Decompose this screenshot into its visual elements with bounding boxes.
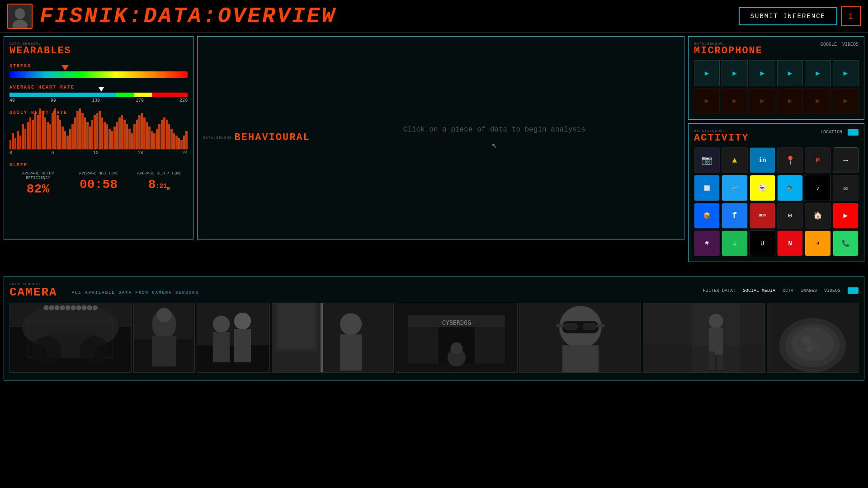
app-twitter[interactable]: 🐦 [722, 175, 747, 201]
app-maps[interactable]: 📍 [777, 147, 803, 173]
daily-hr-bar [22, 124, 24, 149]
svg-rect-14 [152, 336, 176, 366]
camera-header: DATA:SENSOR: CAMERA ALL AVAILABLE DATA F… [9, 282, 859, 299]
media-thumb-8[interactable]: ▶ [722, 88, 747, 114]
app-whatsapp[interactable]: 📞 [833, 230, 859, 256]
daily-hr-bar [74, 117, 76, 149]
daily-hr-bar [170, 129, 172, 149]
media-thumb-3[interactable]: ▶ [750, 60, 775, 86]
app-spotify[interactable]: ♫ [722, 230, 747, 256]
app-photos[interactable]: ⊕ [777, 203, 803, 229]
play-icon-11: ▶ [816, 96, 820, 105]
daily-hr-bar [59, 120, 61, 149]
app-instagram[interactable]: 📷 [694, 147, 720, 173]
filter-images[interactable]: IMAGES [801, 288, 817, 293]
mic-title-group: DATA:SENSOR: MICROPHONE [694, 42, 763, 56]
daily-hr-bar [27, 122, 28, 149]
sleep-bed-value: 00:58 [70, 178, 127, 192]
photo-concert[interactable]: ⬤⬤⬤⬤⬤⬤⬤⬤⬤⬤ [9, 303, 132, 373]
app-email[interactable]: ✉ [833, 175, 859, 201]
app-linkedin[interactable]: in [750, 147, 775, 173]
svg-point-60 [806, 345, 813, 352]
media-thumb-5[interactable]: ▶ [805, 60, 830, 86]
daily-axis: 0 6 12 18 24 [9, 150, 188, 155]
media-thumb-11[interactable]: ▶ [805, 88, 830, 114]
app-amazon[interactable]: a [805, 230, 830, 256]
photo-person-window[interactable] [272, 303, 394, 373]
photo-walking[interactable] [643, 303, 765, 373]
filter-cctv[interactable]: CCTV [783, 288, 793, 293]
media-thumb-4[interactable]: ▶ [777, 60, 803, 86]
app-uber[interactable]: U [750, 230, 775, 256]
media-thumb-12[interactable]: ▶ [833, 88, 859, 114]
svg-point-1 [15, 8, 25, 19]
daily-hr-bar [104, 122, 105, 149]
app-youtube[interactable]: ▶ [833, 203, 859, 229]
camera-title-group: DATA:SENSOR: CAMERA [9, 282, 57, 299]
media-thumb-1[interactable]: ▶ [694, 60, 720, 86]
media-thumb-7[interactable]: ▶ [694, 88, 720, 114]
daily-hr-bar [12, 133, 14, 149]
svg-point-26 [340, 313, 362, 335]
photo-person-sitting[interactable] [133, 303, 195, 373]
sleep-label: SLEEP [9, 163, 188, 168]
app-barclays[interactable]: 🦅 [777, 175, 803, 201]
photo-cyberdog[interactable]: CYBERDOG [396, 303, 518, 373]
svg-rect-27 [340, 334, 362, 371]
photo-sunglasses[interactable] [519, 303, 642, 373]
location-control: LOCATION [821, 129, 859, 136]
daily-hr-bar [166, 120, 168, 149]
app-slack[interactable]: # [694, 230, 720, 256]
info-button[interactable]: i [841, 6, 861, 26]
daily-hr-bar [121, 115, 123, 149]
play-icon-8: ▶ [732, 96, 737, 105]
main-grid: DATA:SENSOR: WEARABLES STRESS AVERAGE HE… [0, 33, 868, 277]
daily-hr-bar [32, 120, 33, 149]
location-label: LOCATION [821, 130, 842, 135]
app-bbc-news[interactable]: BBC [750, 203, 775, 229]
app-gmail[interactable]: M [805, 147, 830, 173]
stress-bar [9, 71, 188, 78]
app-outlook[interactable]: ⬜ [694, 175, 720, 201]
media-thumb-9[interactable]: ▶ [750, 88, 775, 114]
activity-title: ACTIVITY [694, 133, 749, 144]
app-arrow[interactable]: → [833, 147, 859, 173]
daily-hr-bar [178, 138, 180, 149]
mic-title: MICROPHONE [694, 46, 763, 56]
daily-hr-bar [133, 124, 135, 149]
photo-two-people[interactable] [197, 303, 270, 373]
svg-point-35 [450, 342, 462, 354]
photo-food[interactable] [767, 303, 859, 373]
filter-google[interactable]: GOOGLE [821, 42, 837, 47]
svg-rect-42 [556, 324, 564, 327]
svg-point-9 [80, 336, 110, 366]
media-thumb-10[interactable]: ▶ [777, 88, 803, 114]
daily-hr-bar [9, 140, 11, 149]
filter-videos[interactable]: VIDEOS [842, 42, 859, 47]
behavioural-panel[interactable]: DATA:SENSOR: BEHAVIOURAL Click on a piec… [197, 36, 684, 239]
filter-social-media[interactable]: SOCIAL MEDIA [743, 288, 775, 293]
daily-hr-bar [17, 131, 19, 149]
play-icon-10: ▶ [788, 96, 793, 105]
svg-text:CYBERDOG: CYBERDOG [442, 319, 471, 326]
app-snapchat[interactable]: 👻 [750, 175, 775, 201]
daily-hr-bar [37, 115, 38, 149]
app-tiktok[interactable]: ♪ [805, 175, 830, 201]
daily-hr-bar [79, 108, 81, 149]
app-drive[interactable]: ▲ [722, 147, 747, 173]
media-thumb-6[interactable]: ▶ [833, 60, 859, 86]
camera-subtitle: ALL AVAILABLE DATA FROM CAMERA SENSORS [72, 291, 199, 295]
sleep-time-label: Average Sleep Time [131, 171, 188, 176]
app-home[interactable]: 🏠 [805, 203, 830, 229]
daily-hr-bar [131, 133, 133, 149]
svg-rect-52 [643, 303, 692, 372]
app-netflix[interactable]: N [777, 230, 803, 256]
app-facebook[interactable]: f [722, 203, 747, 229]
heart-rate-bar-container [9, 93, 188, 97]
submit-inference-button[interactable]: SUBMIT INFERENCE [739, 7, 837, 25]
filter-videos[interactable]: VIDEOS [824, 288, 840, 293]
svg-rect-17 [197, 345, 270, 372]
daily-hr-bar [89, 127, 91, 149]
media-thumb-2[interactable]: ▶ [722, 60, 747, 86]
app-dropbox[interactable]: 📦 [694, 203, 720, 229]
